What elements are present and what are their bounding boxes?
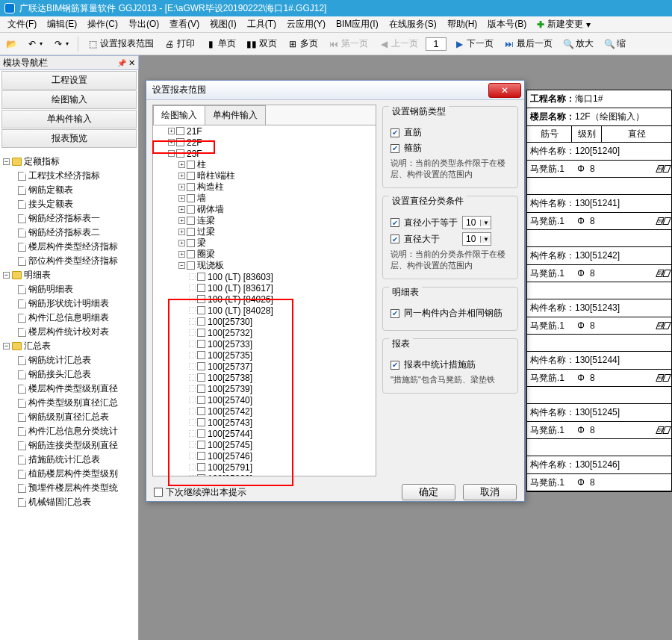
expand-icon[interactable]: + [178, 161, 185, 168]
nav-item[interactable]: 预埋件楼层构件类型统 [0, 481, 138, 495]
tree-checkbox[interactable] [197, 329, 205, 337]
tree-checkbox[interactable] [197, 474, 205, 476]
tree-checkbox[interactable] [187, 228, 195, 236]
nav-folder[interactable]: −定额指标 [0, 155, 138, 169]
expand-icon[interactable]: + [178, 195, 185, 202]
tree-node[interactable]: 100 (LT) [83617] [155, 282, 374, 293]
nav-item[interactable]: 钢筋统计汇总表 [0, 353, 138, 367]
tree-node[interactable]: +砌体墙 [155, 204, 374, 215]
sidebar-btn-project[interactable]: 工程设置 [1, 71, 137, 90]
tb-open[interactable]: 📂 [3, 37, 19, 51]
expand-icon[interactable]: + [178, 184, 185, 190]
tree-node[interactable]: 100 (LT) [83603] [155, 271, 374, 282]
tree-node[interactable]: +墙 [155, 193, 374, 204]
tree-node[interactable]: +连梁 [155, 215, 374, 226]
nav-item[interactable]: 钢筋形状统计明细表 [0, 296, 138, 311]
tb-redo[interactable]: ↷▾ [50, 37, 72, 51]
expand-icon[interactable]: − [178, 262, 185, 269]
tree-node[interactable]: 100[25739] [155, 383, 374, 394]
tb-page-input[interactable] [426, 37, 447, 51]
tree-node[interactable]: −23F [155, 148, 374, 159]
dialog-titlebar[interactable]: 设置报表范围 ✕ [146, 81, 524, 100]
tree-checkbox[interactable] [197, 418, 205, 426]
tree-node[interactable]: +过梁 [155, 226, 374, 237]
tb-next[interactable]: ▶下一页 [451, 36, 497, 52]
minus-icon[interactable]: − [3, 272, 10, 279]
tree-checkbox[interactable] [187, 172, 195, 180]
menu-tools[interactable]: 工具(T) [243, 16, 281, 32]
tree-node[interactable]: 100[25740] [155, 394, 374, 406]
checkbox-merge[interactable] [391, 309, 399, 318]
menu-op[interactable]: 操作(C) [83, 16, 122, 32]
menu-file[interactable]: 文件(F) [3, 16, 41, 32]
nav-item[interactable]: 植筋楼层构件类型级别 [0, 467, 138, 481]
tree-node[interactable]: +构造柱 [155, 181, 374, 193]
nav-folder[interactable]: −汇总表 [0, 339, 138, 353]
tree-node[interactable]: 100[25733] [155, 338, 374, 349]
tree-node[interactable]: +圈梁 [155, 249, 374, 260]
tree-node[interactable]: 100[25735] [155, 349, 374, 361]
tree-checkbox[interactable] [197, 317, 205, 326]
tree-checkbox[interactable] [187, 250, 195, 258]
tree-node[interactable]: 100[25737] [155, 361, 374, 372]
tree-checkbox[interactable] [197, 351, 205, 359]
checkbox-cuoshi[interactable] [391, 361, 399, 370]
expand-icon[interactable]: + [178, 217, 185, 224]
tb-zoom-out[interactable]: 🔍缩 [601, 36, 629, 52]
tree-checkbox[interactable] [197, 373, 205, 382]
checkbox-next-prompt[interactable] [154, 488, 163, 497]
dropdown-dia-le[interactable]: 10▼ [462, 216, 491, 229]
nav-item[interactable]: 钢筋经济指标表二 [0, 226, 138, 240]
tree-checkbox[interactable] [197, 441, 205, 449]
nav-item[interactable]: 措施筋统计汇总表 [0, 453, 138, 467]
nav-item[interactable]: 楼层构件类型级别直径 [0, 382, 138, 396]
menu-online[interactable]: 在线服务(S) [385, 16, 441, 32]
tree-node[interactable]: +柱 [155, 159, 374, 170]
checkbox-dia-gt[interactable] [391, 234, 399, 243]
tree-node[interactable]: +21F [155, 125, 374, 137]
expand-icon[interactable]: + [168, 139, 175, 146]
checkbox-dia-le[interactable] [391, 218, 399, 227]
tb-scope[interactable]: ⬚设置报表范围 [84, 36, 157, 52]
nav-item[interactable]: 楼层构件统计校对表 [0, 325, 138, 339]
nav-folder[interactable]: −明细表 [0, 268, 138, 282]
tb-zoom-in[interactable]: 🔍放大 [560, 36, 597, 52]
tree-node[interactable]: 100[25738] [155, 372, 374, 383]
nav-item[interactable]: 钢筋级别直径汇总表 [0, 410, 138, 424]
tree-checkbox[interactable] [187, 205, 195, 214]
menu-bim[interactable]: BIM应用(I) [332, 16, 383, 32]
tree-checkbox[interactable] [197, 396, 205, 404]
dropdown-dia-gt[interactable]: 10▼ [462, 232, 491, 246]
expand-icon[interactable]: + [178, 206, 185, 213]
menu-export[interactable]: 导出(O) [124, 16, 164, 32]
tb-print[interactable]: 🖨打印 [161, 36, 198, 52]
nav-item[interactable]: 构件类型级别直径汇总 [0, 396, 138, 410]
menu-viewport[interactable]: 视图(I) [205, 16, 240, 32]
close-icon[interactable]: ✕ [128, 58, 135, 67]
tree-checkbox[interactable] [197, 340, 205, 348]
tab-single-input[interactable]: 单构件输入 [205, 105, 266, 125]
tb-single[interactable]: ▮单页 [202, 36, 239, 52]
expand-icon[interactable]: + [178, 229, 185, 235]
tb-first[interactable]: ⏮第一页 [326, 36, 371, 52]
tree-checkbox[interactable] [176, 138, 184, 146]
nav-item[interactable]: 接头定额表 [0, 197, 138, 211]
cancel-button[interactable]: 取消 [463, 484, 517, 500]
tree-node[interactable]: 100 (LT) [84028] [155, 305, 374, 316]
nav-item[interactable]: 钢筋定额表 [0, 183, 138, 197]
expand-icon[interactable]: + [178, 240, 185, 246]
tree-checkbox[interactable] [197, 306, 205, 314]
expand-icon[interactable]: + [178, 173, 185, 179]
menu-new-change[interactable]: ✚新建变更▾ [532, 16, 595, 32]
tree-checkbox[interactable] [187, 217, 195, 225]
tree-node[interactable]: 100[25730] [155, 316, 374, 327]
tree-checkbox[interactable] [176, 149, 184, 158]
menu-version[interactable]: 版本号(B) [483, 16, 531, 32]
tree-node[interactable]: +暗柱\端柱 [155, 170, 374, 181]
expand-icon[interactable]: + [178, 251, 185, 258]
tb-undo[interactable]: ↶▾ [24, 37, 46, 51]
nav-item[interactable]: 机械锚固汇总表 [0, 495, 138, 509]
nav-item[interactable]: 构件汇总信息明细表 [0, 311, 138, 325]
tree-checkbox[interactable] [197, 429, 205, 438]
menu-cloud[interactable]: 云应用(Y) [282, 16, 330, 32]
